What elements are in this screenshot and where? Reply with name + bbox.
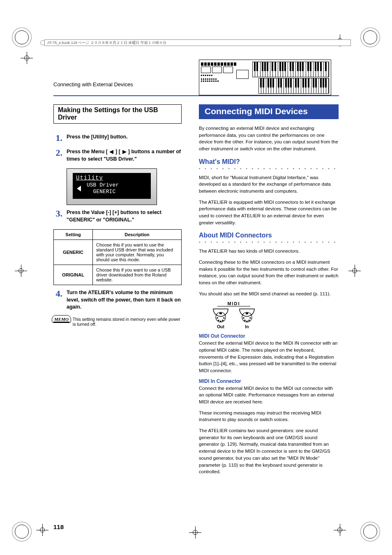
setting-original-desc: Choose this if you want to use a USB dri… <box>93 265 182 285</box>
step-number-4: 4. <box>53 289 62 311</box>
step-3-text: Press the Value [-] [+] buttons to selec… <box>67 209 182 223</box>
setting-generic-name: GENERIC <box>54 240 93 265</box>
whats-midi-p1: MIDI, short for "Musical Instrument Digi… <box>199 174 339 195</box>
svg-rect-15 <box>246 313 248 314</box>
midi-devices-heading: Connecting MIDI Devices <box>199 104 339 119</box>
lcd-line-2: GENERIC <box>87 189 119 195</box>
lcd-screenshot: Utility USB Driver GENERIC <box>67 168 157 205</box>
step-2-text: Press the Menu [ ] [ ] buttons a number … <box>67 148 182 163</box>
header-meta: AT-75_e.book 118 ページ ２００８年８月２１日 木曜日 午前１０… <box>44 39 351 46</box>
about-midi-p2: Connecting these to the MIDI connectors … <box>199 259 339 286</box>
midi-in-p3: The ATELIER contains two sound generator… <box>199 427 339 475</box>
crosshair-top-left <box>23 54 30 62</box>
whats-midi-p2: The ATELIER is equipped with MIDI connec… <box>199 199 339 226</box>
memo-icon: MEMO <box>53 317 69 322</box>
svg-point-4 <box>218 320 219 322</box>
crosshair-mid-right <box>351 267 358 274</box>
midi-connector-diagram: MIDI Out <box>207 301 261 329</box>
lcd-left-arrow-icon <box>77 186 81 191</box>
step-number-3: 3. <box>53 209 62 223</box>
crosshair-bottom-center <box>191 529 199 536</box>
dotted-divider: • • • • • • • • • • • • • • • • • • • • … <box>199 240 339 244</box>
about-midi-connectors-heading: About MIDI Connectors <box>199 232 339 239</box>
step-number-2: 2. <box>53 148 62 163</box>
settings-table: Setting Description GENERIC Choose this … <box>53 229 182 285</box>
about-midi-p1: The ATELIER has two kinds of MIDI connec… <box>199 248 339 255</box>
left-arrow-icon <box>109 150 114 154</box>
svg-point-13 <box>248 320 250 322</box>
reg-mark-top-right <box>363 30 377 44</box>
svg-point-10 <box>243 318 244 319</box>
crosshair-bottom-left <box>39 526 46 534</box>
svg-point-7 <box>223 318 225 319</box>
midi-in-topic: MIDI In Connector <box>199 378 339 384</box>
lcd-line-1: USB Driver <box>87 182 119 189</box>
midi-in-connector-icon: In <box>239 308 255 329</box>
midi-out-topic: MIDI Out Connector <box>199 333 339 339</box>
step-1-text: Press the [Utility] button. <box>67 134 128 143</box>
page-number: 118 <box>53 523 64 530</box>
midi-in-p1: Connect the external MIDI device to the … <box>199 385 339 405</box>
svg-point-12 <box>246 321 248 322</box>
reg-mark-bottom-right <box>363 525 377 539</box>
table-row: GENERIC Choose this if you want to use t… <box>54 240 182 265</box>
svg-marker-1 <box>122 150 127 154</box>
svg-point-3 <box>217 318 218 319</box>
usb-driver-heading: Making the Settings for the USB Driver <box>53 104 182 124</box>
step-number-1: 1. <box>53 134 62 143</box>
setting-original-name: ORIGINAL <box>54 265 93 285</box>
midi-panel-label: MIDI <box>217 301 250 306</box>
svg-point-5 <box>220 321 221 322</box>
midi-intro: By connecting an external MIDI device an… <box>199 125 339 152</box>
crosshair-mid-left <box>17 267 25 274</box>
reg-mark-bottom-left <box>15 525 29 539</box>
table-header-setting: Setting <box>54 230 93 240</box>
svg-marker-0 <box>109 150 113 154</box>
about-midi-p3: You should also set the MIDI send channe… <box>199 290 339 297</box>
svg-rect-8 <box>219 313 222 314</box>
whats-midi-heading: What's MIDI? <box>199 158 339 166</box>
setting-generic-desc: Choose this if you want to use the stand… <box>93 240 182 265</box>
midi-out-label: Out <box>212 324 229 329</box>
midi-out-connector-icon: Out <box>212 308 229 329</box>
reg-mark-top-left <box>15 30 29 44</box>
midi-in-label: In <box>239 324 255 329</box>
table-header-description: Description <box>93 230 182 240</box>
svg-point-11 <box>244 320 246 322</box>
right-arrow-icon <box>122 150 127 154</box>
dotted-divider: • • • • • • • • • • • • • • • • • • • • … <box>199 166 339 171</box>
table-row: ORIGINAL Choose this if you want to use … <box>54 265 182 285</box>
lcd-title: Utility <box>76 175 148 181</box>
svg-point-14 <box>249 318 251 319</box>
step-4-text: Turn the ATELIER's volume to the minimum… <box>67 289 182 311</box>
crosshair-bottom-right <box>336 526 344 534</box>
svg-point-6 <box>222 320 224 322</box>
memo-text: This setting remains stored in memory ev… <box>73 317 182 327</box>
section-divider <box>53 95 339 96</box>
midi-out-p: Connect the external MIDI device to the … <box>199 340 339 374</box>
midi-in-p2: These incoming messages may instruct the… <box>199 410 339 423</box>
